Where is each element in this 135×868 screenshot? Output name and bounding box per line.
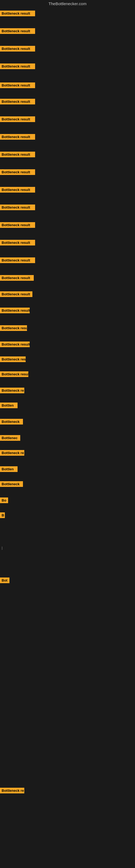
bottleneck-item: Bo — [0, 496, 135, 504]
bottleneck-item — [0, 825, 135, 832]
bottleneck-item — [0, 673, 135, 680]
bottleneck-badge: Bottleneck result — [0, 205, 35, 210]
bottleneck-badge: Bottleneck result — [0, 356, 26, 362]
bottleneck-item — [0, 768, 135, 775]
bottleneck-item: Bottleneck result — [0, 307, 135, 314]
bottleneck-item: Bottleneck re — [0, 786, 135, 794]
bottleneck-item: Bottleneck result — [0, 204, 135, 211]
bottleneck-item: Bottleneck result — [0, 168, 135, 176]
bottleneck-badge: Bo — [0, 497, 8, 503]
bottleneck-item — [0, 597, 135, 604]
bottleneck-item — [0, 730, 135, 737]
bottleneck-badge: Bottleneck re — [0, 388, 24, 393]
bottleneck-item: Bottleneck result — [0, 27, 135, 35]
bottleneck-item — [0, 616, 135, 623]
bottleneck-badge: Bottleneck result — [0, 169, 35, 175]
bottleneck-item — [0, 692, 135, 699]
bottleneck-badge: Bottlenec — [0, 435, 20, 441]
bottleneck-badge: Bottleneck re — [0, 450, 24, 456]
bottleneck-item: Bottleneck — [0, 418, 135, 425]
bottleneck-badge: Bottleneck result — [0, 83, 35, 88]
bottleneck-badge: Bottleneck result — [0, 10, 35, 16]
bottleneck-item: Bottleneck result — [0, 290, 135, 298]
bottleneck-item: Bottleneck result — [0, 9, 135, 17]
bottleneck-badge: Bottleneck result — [0, 325, 27, 331]
bottleneck-item: Bottleneck result — [0, 324, 135, 332]
bottleneck-badge: Bottleneck result — [0, 240, 35, 246]
bottleneck-badge: Bottleneck result — [0, 257, 35, 263]
bottleneck-item: Bottleneck result — [0, 370, 135, 378]
bottleneck-badge: | — [0, 545, 4, 551]
bottleneck-item: Bottleneck result — [0, 82, 135, 89]
bottleneck-badge: Bottleneck result — [0, 152, 35, 157]
bottleneck-item: Bottleneck re — [0, 449, 135, 457]
bottleneck-item: Bottleneck re — [0, 386, 135, 394]
bottleneck-badge: Bottleneck result — [0, 371, 28, 377]
bottleneck-badge: Bottleneck result — [0, 222, 35, 228]
bottleneck-badge: Bot — [0, 578, 9, 583]
bottleneck-badge: Bottleneck — [0, 481, 23, 487]
bottleneck-item — [0, 635, 135, 642]
bottleneck-item: Bottleneck result — [0, 186, 135, 193]
bottleneck-item: Bottlen — [0, 465, 135, 473]
bottleneck-badge: Bottleneck result — [0, 116, 35, 122]
bottleneck-item: Bottleneck result — [0, 151, 135, 158]
bottleneck-item: Bottleneck result — [0, 256, 135, 264]
bottleneck-badge: Bottleneck result — [0, 341, 30, 347]
bottleneck-badge: Bottleneck result — [0, 63, 35, 69]
bottleneck-item: Bottleneck result — [0, 239, 135, 246]
bottleneck-item: Bottleneck result — [0, 62, 135, 70]
bottleneck-badge: Bottleneck result — [0, 291, 32, 297]
bottleneck-item — [0, 560, 135, 568]
bottleneck-item — [0, 654, 135, 661]
bottleneck-item: Bottlen — [0, 401, 135, 409]
bottleneck-badge: Bottleneck re — [0, 788, 24, 794]
bottleneck-badge: Bottleneck result — [0, 46, 35, 52]
bottleneck-item: Bottlenec — [0, 434, 135, 442]
bottleneck-item: Bottleneck result — [0, 274, 135, 282]
bottleneck-item: | — [0, 544, 135, 552]
bottleneck-item — [0, 711, 135, 718]
bottleneck-item: Bottleneck result — [0, 355, 135, 363]
bottleneck-badge: Bottlen — [0, 403, 17, 408]
bottleneck-item: Bottleneck — [0, 480, 135, 488]
bottleneck-item: B — [0, 511, 135, 519]
bottleneck-badge: Bottleneck result — [0, 275, 34, 281]
bottleneck-item: Bottleneck result — [0, 98, 135, 105]
bottleneck-badge: Bottleneck result — [0, 28, 35, 34]
bottleneck-item — [0, 844, 135, 851]
bottleneck-item: Bottleneck result — [0, 133, 135, 141]
bottleneck-badge: Bottleneck result — [0, 187, 35, 193]
bottleneck-badge: B — [0, 513, 5, 518]
bottleneck-item — [0, 749, 135, 756]
bottleneck-item: Bottleneck result — [0, 340, 135, 348]
bottleneck-badge: Bottleneck result — [0, 308, 30, 313]
bottleneck-badge: Bottleneck — [0, 419, 23, 425]
bottleneck-badge: Bottleneck result — [0, 99, 35, 104]
bottleneck-item: Bottleneck result — [0, 45, 135, 52]
bottleneck-item: Bottleneck result — [0, 221, 135, 229]
bottleneck-badge: Bottleneck result — [0, 134, 35, 140]
bottleneck-item — [0, 806, 135, 813]
bottleneck-item — [0, 528, 135, 535]
bottleneck-badge: Bottlen — [0, 466, 17, 472]
bottleneck-item: Bottleneck result — [0, 115, 135, 123]
bottleneck-item: Bot — [0, 577, 135, 584]
